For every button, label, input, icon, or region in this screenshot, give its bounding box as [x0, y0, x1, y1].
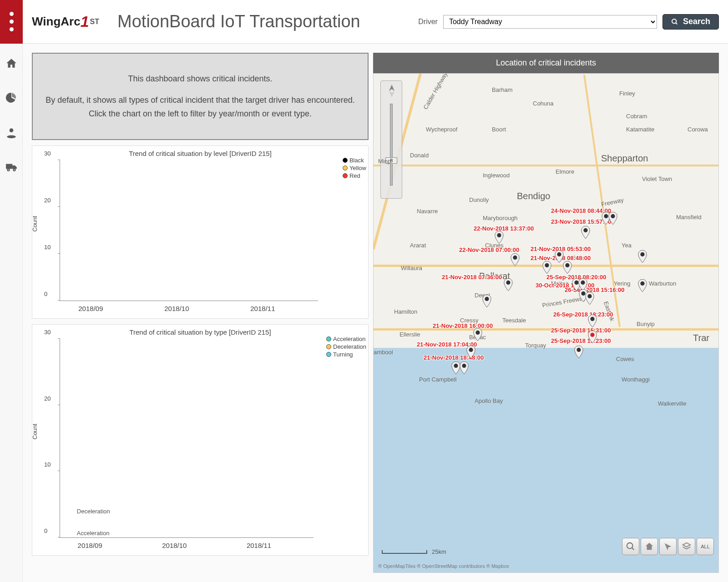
map-pin[interactable] — [585, 292, 595, 305]
menu-button[interactable] — [0, 0, 23, 44]
logo: WingArc1ST — [32, 13, 99, 30]
map-pin[interactable] — [637, 250, 647, 263]
svg-point-21 — [640, 281, 644, 286]
map-pin[interactable] — [494, 231, 504, 244]
svg-point-2 — [9, 128, 13, 132]
svg-point-30 — [454, 364, 458, 368]
driver-select[interactable]: Toddy Treadway — [443, 15, 657, 29]
map-scale: 25km — [382, 548, 446, 555]
map-attribution: ® OpenMapTiles ® OpenStreetMap contribut… — [378, 563, 509, 569]
svg-point-10 — [611, 214, 615, 218]
svg-point-0 — [672, 19, 676, 23]
svg-point-15 — [640, 252, 644, 256]
svg-point-14 — [557, 252, 561, 256]
svg-point-25 — [590, 317, 594, 321]
svg-point-28 — [469, 348, 473, 352]
app-header: WingArc1ST MotionBoard IoT Transportatio… — [0, 0, 728, 44]
piechart-icon[interactable] — [5, 92, 17, 104]
driver-filter: Driver Toddy Treadway Search — [418, 14, 719, 30]
svg-line-1 — [676, 23, 677, 24]
svg-point-13 — [513, 256, 517, 260]
sidebar — [0, 44, 23, 582]
map-pin[interactable] — [562, 261, 572, 274]
map-zoom-control[interactable]: 8 — [380, 80, 402, 199]
map-pin[interactable] — [587, 331, 597, 343]
pin-label: 22-Nov-2018 07:00:00 — [459, 246, 519, 253]
map-pin[interactable] — [608, 212, 618, 225]
svg-point-12 — [497, 233, 501, 237]
pin-label: 25-Sep-2018 15:23:00 — [551, 337, 611, 344]
svg-point-17 — [565, 263, 569, 267]
svg-point-31 — [462, 364, 466, 368]
chart-level-title: Trend of critical situation by level [Dr… — [37, 150, 364, 157]
map-pin[interactable] — [459, 361, 469, 374]
pin-label: 26-Sep-2018 18:23:00 — [553, 311, 613, 318]
map-tool-layers[interactable] — [678, 538, 695, 555]
home-icon[interactable] — [5, 57, 17, 69]
page-title: MotionBoard IoT Transportation — [117, 12, 360, 31]
chart-level[interactable]: Trend of critical situation by level [Dr… — [32, 146, 369, 319]
svg-point-27 — [590, 333, 594, 337]
pin-label: 21-Nov-2018 16:00:00 — [433, 322, 493, 329]
svg-line-33 — [632, 548, 634, 550]
svg-point-23 — [587, 294, 592, 298]
compass-icon — [384, 84, 399, 98]
map-canvas[interactable]: 8 Calder Highway Barham Finley Cohuna Co… — [373, 73, 719, 573]
driver-label: Driver — [418, 18, 438, 26]
map-tool-all[interactable]: ALL — [697, 538, 714, 555]
svg-point-6 — [13, 169, 15, 171]
svg-point-26 — [475, 331, 480, 335]
map-tool-zoom-fit[interactable] — [622, 538, 639, 555]
svg-point-11 — [583, 228, 587, 232]
map-pin[interactable] — [482, 295, 492, 307]
svg-marker-8 — [389, 91, 394, 97]
svg-point-29 — [576, 348, 581, 352]
info-line1: This dashboard shows critical incidents. — [42, 72, 359, 86]
svg-marker-7 — [389, 85, 394, 91]
map-pin[interactable] — [503, 278, 513, 291]
pin-label: 25-Sep-2018 15:31:00 — [551, 327, 611, 334]
map-pin[interactable] — [542, 261, 552, 274]
svg-rect-4 — [6, 164, 12, 169]
svg-point-3 — [7, 135, 16, 139]
truck-icon[interactable] — [5, 161, 17, 173]
search-icon — [671, 18, 678, 25]
map-tool-home[interactable] — [641, 538, 658, 555]
chart-type[interactable]: Trend of critical situation by type [Dri… — [32, 324, 369, 556]
info-box: This dashboard shows critical incidents.… — [32, 53, 369, 140]
pin-label: 21-Nov-2018 07:36:00 — [442, 274, 502, 281]
person-pin-icon[interactable] — [5, 126, 17, 138]
map-pin[interactable] — [466, 346, 476, 358]
svg-point-32 — [627, 543, 633, 549]
map-toolbar: ALL — [622, 538, 714, 555]
chart-type-title: Trend of critical situation by type [Dri… — [37, 328, 364, 336]
map-pin[interactable] — [587, 315, 597, 327]
svg-point-18 — [506, 281, 510, 285]
search-button[interactable]: Search — [662, 14, 719, 30]
svg-point-16 — [545, 263, 549, 267]
map-pin[interactable] — [473, 328, 483, 341]
svg-point-20 — [581, 281, 585, 285]
map-title: Location of critical incidents — [373, 53, 719, 73]
info-line2: By default, it shows all types of critic… — [42, 93, 359, 121]
svg-point-24 — [485, 297, 489, 301]
svg-point-5 — [7, 169, 9, 171]
map-pin[interactable] — [574, 346, 584, 358]
map-pin[interactable] — [581, 226, 591, 239]
map-tool-pointer[interactable] — [659, 538, 677, 555]
map-pin[interactable] — [510, 253, 520, 266]
map-pin[interactable] — [637, 279, 647, 292]
